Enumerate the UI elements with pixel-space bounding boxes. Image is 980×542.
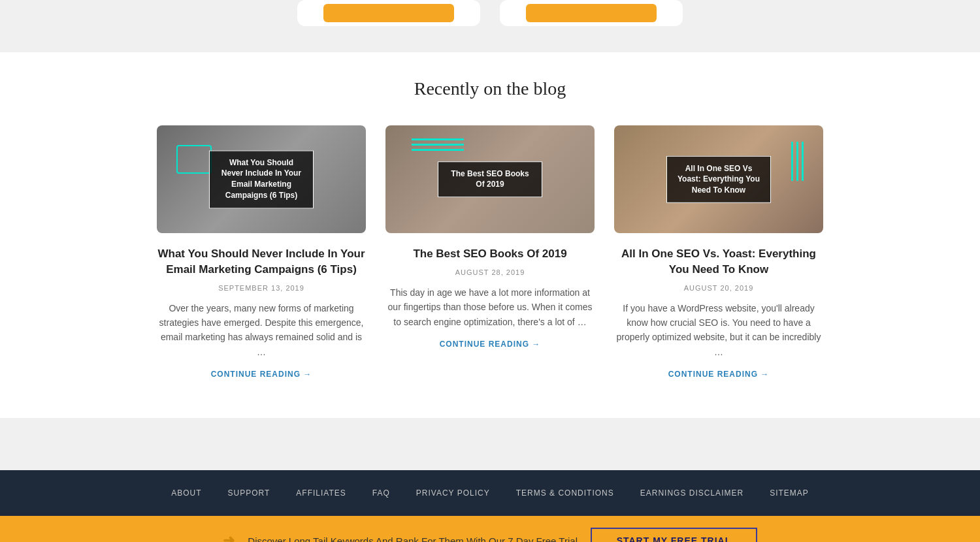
- cta-bar: ➜ Discover Long Tail Keywords And Rank F…: [0, 516, 980, 542]
- footer-nav-faq[interactable]: FAQ: [372, 488, 390, 498]
- blog-card-1: What You Should Never Include In Your Em…: [157, 125, 366, 379]
- cta-text: Discover Long Tail Keywords And Rank For…: [248, 535, 578, 542]
- blog-card-1-image: What You Should Never Include In Your Em…: [157, 125, 366, 233]
- blog-card-2-date: August 28, 2019: [455, 268, 525, 276]
- blog-card-3-excerpt: If you have a WordPress website, you'll …: [614, 301, 823, 360]
- footer-nav-privacy[interactable]: PRIVACY POLICY: [416, 488, 490, 498]
- top-area: [0, 0, 980, 52]
- blog-card-3-overlay: All In One SEO Vs Yoast: Everything You …: [666, 155, 771, 202]
- cta-arrow-icon: ➜: [223, 532, 235, 542]
- footer-nav-affiliates[interactable]: AFFILIATES: [296, 488, 346, 498]
- footer-nav-sitemap[interactable]: SITEMAP: [770, 488, 809, 498]
- blog-card-1-overlay: What You Should Never Include In Your Em…: [209, 150, 314, 208]
- top-card-2: [500, 0, 683, 26]
- blog-card-3-date: August 20, 2019: [684, 284, 754, 292]
- blog-card-1-continue[interactable]: CONTINUE READING →: [211, 370, 312, 379]
- gray-spacer: [0, 418, 980, 470]
- blog-card-3-image: All In One SEO Vs Yoast: Everything You …: [614, 125, 823, 233]
- blog-card-1-excerpt: Over the years, many new forms of market…: [157, 301, 366, 360]
- blog-card-2-title: The Best SEO Books Of 2019: [413, 246, 566, 262]
- blog-card-1-title: What You Should Never Include In Your Em…: [157, 246, 366, 278]
- blog-card-2-image: The Best SEO Books Of 2019: [385, 125, 595, 233]
- blog-card-2-continue[interactable]: CONTINUE READING →: [440, 340, 541, 349]
- top-card-btn-1: [323, 4, 454, 22]
- blog-card-2-excerpt: This day in age we have a lot more infor…: [385, 285, 595, 329]
- blog-card-3-continue[interactable]: CONTINUE READING →: [668, 370, 770, 379]
- blog-section-title: Recently on the blog: [39, 78, 941, 99]
- footer-nav-earnings[interactable]: EARNINGS DISCLAIMER: [640, 488, 743, 498]
- blog-section: Recently on the blog What You Should Nev…: [0, 52, 980, 418]
- blog-card-2-overlay: The Best SEO Books Of 2019: [438, 161, 542, 198]
- blog-card-3: All In One SEO Vs Yoast: Everything You …: [614, 125, 823, 379]
- blog-card-3-title: All In One SEO Vs. Yoast: Everything You…: [614, 246, 823, 278]
- top-card-btn-2: [526, 4, 657, 22]
- blog-card-2: The Best SEO Books Of 2019 The Best SEO …: [385, 125, 595, 379]
- footer-nav-about[interactable]: ABOUT: [171, 488, 201, 498]
- footer-nav-support[interactable]: SUPPORT: [228, 488, 270, 498]
- cta-free-trial-button[interactable]: _ START MY FREE TRIAL _: [591, 528, 757, 542]
- blog-cards-container: What You Should Never Include In Your Em…: [131, 125, 849, 379]
- footer-nav: ABOUT SUPPORT AFFILIATES FAQ PRIVACY POL…: [0, 470, 980, 516]
- footer-nav-terms[interactable]: TERMS & CONDITIONS: [516, 488, 614, 498]
- blog-card-1-date: September 13, 2019: [218, 284, 304, 292]
- top-card-1: [297, 0, 480, 26]
